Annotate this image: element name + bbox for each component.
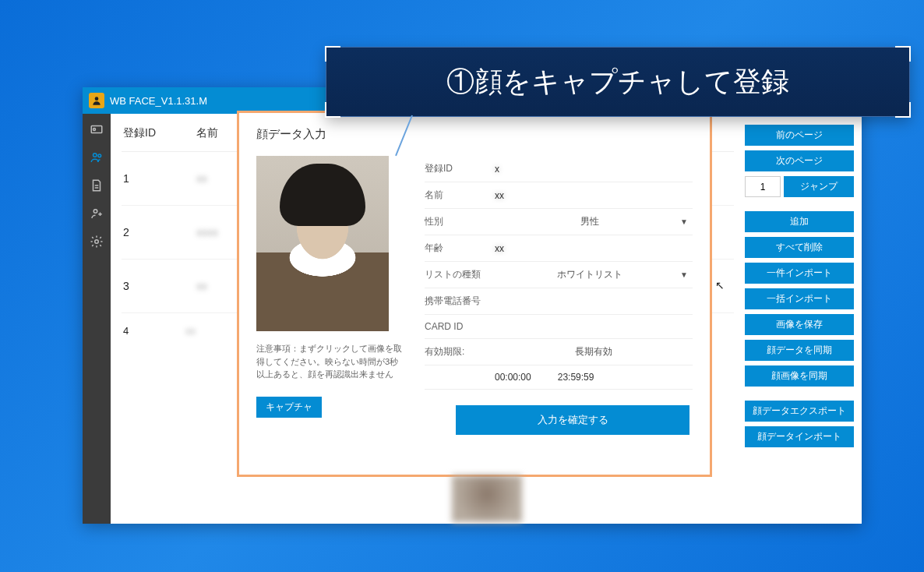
svg-point-0 [95, 97, 99, 101]
svg-point-2 [93, 129, 96, 131]
import-batch-button[interactable]: 一括インポート [745, 288, 854, 309]
confirm-button[interactable]: 入力を確定する [456, 405, 689, 435]
svg-point-3 [93, 154, 97, 157]
app-logo-icon [89, 93, 104, 108]
svg-point-5 [93, 210, 97, 214]
svg-point-4 [98, 154, 101, 157]
jump-button[interactable]: ジャンプ [784, 176, 854, 197]
import-facedata-button[interactable]: 顔データインポート [745, 426, 854, 447]
time-to[interactable]: 23:59:59 [558, 372, 594, 383]
page-input[interactable] [745, 176, 781, 197]
validity-label: 有効期限: [425, 345, 487, 358]
annotation-callout: ①顔をキャプチャして登録 [326, 47, 910, 117]
time-from[interactable]: 00:00:00 [495, 372, 531, 383]
import-one-button[interactable]: 一件インポート [745, 263, 854, 284]
gender-label: 性別 [425, 215, 487, 228]
name-label: 名前 [425, 189, 487, 202]
sidebar-users-icon[interactable] [87, 148, 106, 167]
listtype-select[interactable]: ホワイトリスト ▼ [495, 268, 693, 281]
sync-faceimage-button[interactable]: 顔画像を同期 [745, 365, 854, 387]
sync-facedata-button[interactable]: 顔データを同期 [745, 340, 854, 361]
col-id-header: 登録ID [123, 126, 170, 140]
sidebar-gear-icon[interactable] [87, 232, 106, 251]
sidebar-document-icon[interactable] [87, 176, 106, 195]
gender-select[interactable]: 男性 ▼ [495, 215, 693, 228]
callout-text: ①顔をキャプチャして登録 [446, 63, 789, 101]
sidebar [83, 114, 111, 524]
face-data-dialog: 顔データ入力 注意事項：まずクリックして画像を取得してください。映らない時間が3… [237, 111, 712, 477]
save-image-button[interactable]: 画像を保存 [745, 314, 854, 335]
face-preview-image [256, 156, 389, 331]
svg-point-6 [95, 240, 99, 244]
cardid-label: CARD ID [425, 321, 487, 332]
listtype-label: リストの種類 [425, 268, 487, 281]
name-field[interactable]: xx [495, 190, 693, 201]
phone-label: 携帯電話番号 [425, 295, 487, 308]
thumbnail-image [452, 475, 522, 522]
dialog-title: 顔データ入力 [256, 127, 693, 142]
add-button[interactable]: 追加 [745, 211, 854, 232]
export-facedata-button[interactable]: 顔データエクスポート [745, 401, 854, 422]
capture-button[interactable]: キャプチャ [256, 397, 322, 418]
sidebar-adduser-icon[interactable] [87, 204, 106, 223]
chevron-down-icon: ▼ [680, 217, 688, 226]
cursor-icon: ↖ [715, 279, 725, 291]
regid-field[interactable]: x [495, 164, 693, 175]
regid-label: 登録ID [425, 162, 487, 175]
validity-select[interactable]: 長期有効 [495, 345, 693, 358]
age-label: 年齢 [425, 242, 487, 255]
right-panel: 前のページ 次のページ ジャンプ 追加 すべて削除 一件インポート 一括インポー… [745, 114, 862, 524]
chevron-down-icon: ▼ [680, 270, 688, 279]
age-field[interactable]: xx [495, 243, 693, 254]
app-title: WB FACE_V1.1.31.M [110, 95, 207, 107]
next-page-button[interactable]: 次のページ [745, 150, 854, 171]
dialog-note: 注意事項：まずクリックして画像を取得してください。映らない時間が3秒以上あると、… [256, 342, 404, 381]
prev-page-button[interactable]: 前のページ [745, 125, 854, 146]
sidebar-card-icon[interactable] [87, 120, 106, 139]
delete-all-button[interactable]: すべて削除 [745, 237, 854, 258]
